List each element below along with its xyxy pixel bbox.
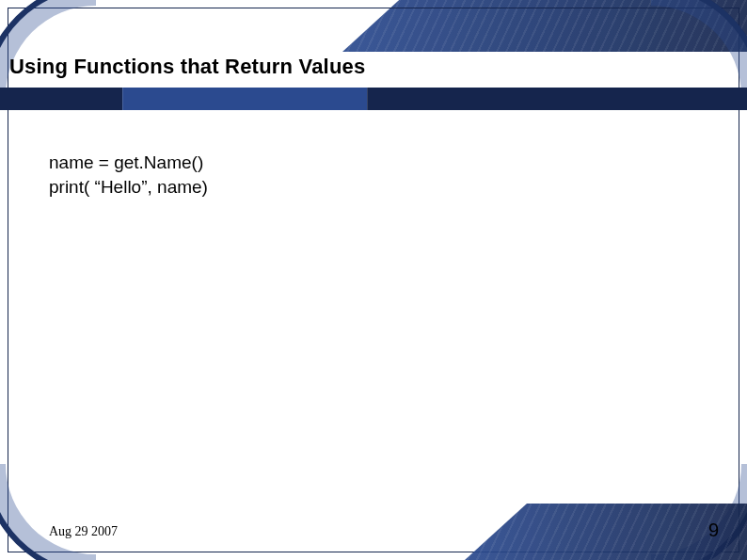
footer-date: Aug 29 2007 [49,524,118,539]
bar-segment [367,88,747,110]
corner-arc-icon [0,464,96,560]
bar-segment [122,88,367,110]
page-number: 9 [708,520,719,541]
slide-title: Using Functions that Return Values [9,55,365,79]
decor-bottom-wedge [465,504,747,560]
corner-arc-icon [651,0,747,96]
code-line: print( “Hello”, name) [49,175,208,200]
slide: Using Functions that Return Values name … [0,0,747,560]
title-underline-bar [0,88,747,110]
bar-segment [0,88,122,110]
code-line: name = get.Name() [49,151,208,175]
slide-body: name = get.Name() print( “Hello”, name) [49,151,208,199]
corner-arc-icon [0,0,96,96]
